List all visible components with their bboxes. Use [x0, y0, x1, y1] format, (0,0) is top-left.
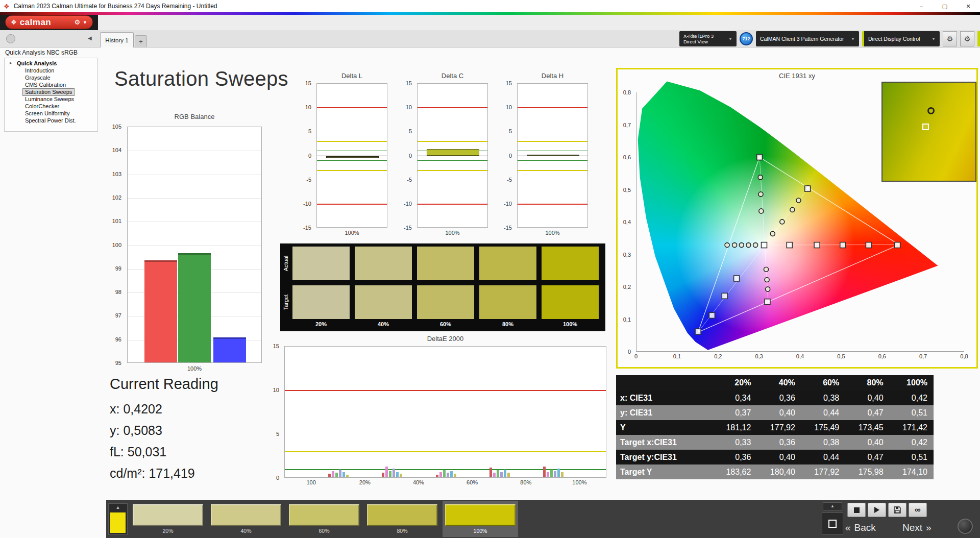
maximize-button[interactable]: ▢	[933, 0, 957, 12]
pattern-level-20%[interactable]: 20%	[130, 501, 206, 537]
table-row-label: Target Y	[616, 464, 713, 479]
play-button[interactable]	[868, 503, 886, 517]
pattern-generator-dropdown[interactable]: CalMAN Client 3 Pattern Generator ▼	[756, 31, 859, 46]
back-button[interactable]: « Back	[845, 520, 876, 535]
chevron-down-icon: ▼	[932, 37, 936, 41]
ylab: 15	[292, 79, 311, 87]
sidebar-item-luminance-sweeps[interactable]: Luminance Sweeps	[23, 96, 76, 103]
titlebar: ❖ Calman 2023 Calman Ultimate for Busine…	[0, 0, 980, 12]
display-control-dropdown[interactable]: Direct Display Control ▼	[862, 31, 940, 46]
swatch	[292, 247, 350, 280]
current-reading-y: y: 0,5083	[110, 423, 162, 438]
hline	[317, 151, 387, 151]
sw-col-label: 80%	[479, 321, 536, 327]
hline	[518, 160, 587, 161]
tab-label: History 1	[105, 37, 128, 43]
level-swatch	[133, 504, 203, 526]
ylab: 5	[393, 127, 412, 135]
ylab: 100	[99, 241, 121, 249]
vbar	[497, 470, 499, 477]
vbar	[213, 337, 246, 362]
current-reading-fl: fL: 50,031	[110, 445, 166, 459]
app-icon: ❖	[4, 3, 10, 10]
table-cell: 0,36	[713, 450, 757, 464]
loop-button[interactable]: ∞	[909, 503, 927, 517]
current-reading-heading: Current Reading	[110, 376, 218, 393]
stop-icon	[854, 507, 860, 513]
table-cell: 181,12	[713, 420, 757, 435]
ylab: 101	[99, 217, 121, 225]
vbar	[500, 472, 503, 477]
table-row: Y181,12177,92175,49173,45171,42	[616, 420, 934, 435]
vbar	[346, 475, 349, 477]
sidebar-item-screen-uniformity[interactable]: Screen Uniformity	[23, 110, 71, 117]
table-cell: 177,92	[801, 464, 845, 479]
save-button[interactable]	[888, 503, 906, 517]
vbar	[427, 149, 479, 156]
sidebar-item-grayscale[interactable]: Grayscale	[23, 75, 53, 81]
pattern-level-80%[interactable]: 80%	[364, 501, 440, 537]
table-cell: 0,34	[713, 390, 757, 405]
tree-root-quick-analysis[interactable]: ▸ Quick Analysis	[5, 60, 97, 67]
sidebar-item-cms-calibration[interactable]: CMS Calibration	[23, 82, 68, 88]
meter-count-badge[interactable]: 712	[740, 32, 753, 45]
ylab: 0	[393, 152, 412, 160]
sw-col-label: 40%	[355, 321, 412, 327]
hline	[418, 107, 487, 108]
play-icon	[874, 507, 879, 513]
pattern-level-60%[interactable]: 60%	[286, 501, 362, 537]
close-button[interactable]: ✕	[957, 0, 980, 12]
vbar	[507, 473, 510, 477]
ylab: -10	[292, 200, 311, 208]
sidebar-item-saturation-sweeps[interactable]: Saturation Sweeps	[23, 89, 74, 95]
tree-expand-icon: ▸	[10, 60, 12, 65]
pattern-level-100%[interactable]: 100%	[443, 501, 518, 537]
table-cell: 180,40	[757, 464, 801, 479]
table-cell: 0,51	[890, 450, 934, 464]
back-arrow-icon: «	[845, 522, 851, 533]
actual-row-label: Actual	[280, 247, 291, 280]
table-cell: 0,47	[845, 450, 889, 464]
ylab: 0,5	[615, 186, 631, 194]
sidebar-item-spectral-power-dist-[interactable]: Spectral Power Dist.	[23, 117, 78, 124]
add-tab-button[interactable]: +	[135, 35, 147, 47]
workflow-gear-button[interactable]: ⚙	[960, 31, 974, 46]
sidebar-item-introduction[interactable]: Introduction	[23, 67, 56, 74]
rgb-balance-title: RGB Balance	[127, 113, 262, 120]
vbar	[178, 253, 211, 362]
pattern-level-40%[interactable]: 40%	[208, 501, 284, 537]
minimize-button[interactable]: –	[910, 0, 933, 12]
sidebar-collapse-icon[interactable]: ◀	[88, 35, 92, 41]
ylab: -5	[493, 176, 512, 184]
pattern-window-button[interactable]	[822, 512, 843, 535]
pattern-preview[interactable]: ▲	[108, 503, 128, 535]
delta-c-chart	[417, 83, 488, 228]
ylab: 15	[260, 342, 279, 350]
panel-expand-button[interactable]: ▲	[823, 502, 842, 510]
tab-history-1[interactable]: History 1	[100, 32, 134, 47]
rgb-balance-x-label: 100%	[127, 365, 262, 372]
nav-circle-button[interactable]	[6, 34, 15, 43]
target-swatch-row	[292, 285, 599, 319]
sidebar-item-colorchecker[interactable]: ColorChecker	[23, 103, 61, 110]
hline	[285, 390, 606, 391]
settings-gear-button[interactable]: ⚙	[943, 31, 957, 46]
tab-bar: ◀ History 1 + X-Rite i1Pro 3 Direct View…	[0, 30, 980, 47]
calman-menu-button[interactable]: ❖ calman ⚙ ▼	[5, 15, 93, 29]
hline	[418, 141, 487, 142]
table-cell: 0,42	[890, 435, 934, 450]
session-knob-button[interactable]	[958, 519, 973, 534]
stop-button[interactable]	[847, 503, 866, 517]
xlab: 0,6	[870, 353, 894, 359]
ylab: 103	[99, 170, 121, 178]
level-label: 40%	[211, 528, 281, 534]
hline	[317, 204, 387, 205]
vbar	[400, 474, 402, 477]
meter-dropdown[interactable]: X-Rite i1Pro 3 Direct View ▼	[679, 31, 737, 46]
xlab: 0,8	[952, 353, 976, 359]
workflow-tree: ▸ Quick Analysis IntroductionGrayscaleCM…	[4, 58, 98, 132]
xlab: 20%	[350, 479, 380, 485]
next-button[interactable]: Next »	[902, 520, 932, 535]
current-reading-x: x: 0,4202	[110, 402, 162, 417]
table-cell: 0,38	[801, 435, 845, 450]
